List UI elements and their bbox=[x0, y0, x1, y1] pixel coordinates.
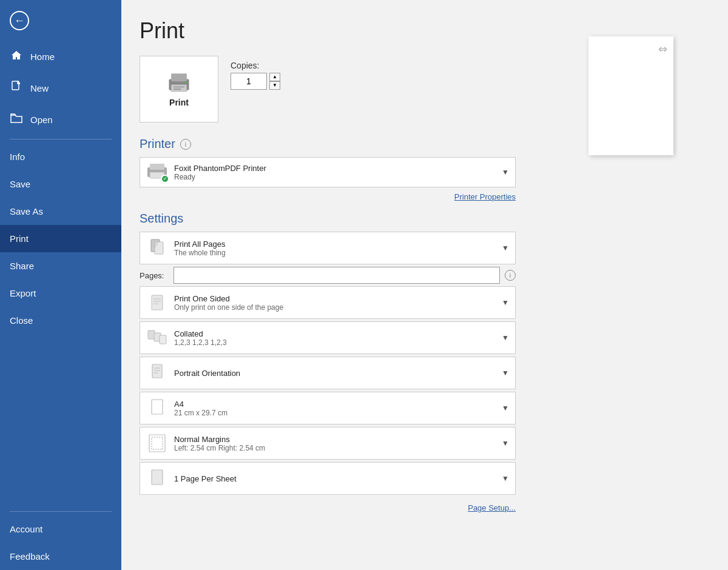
printer-section-header: Printer i bbox=[140, 137, 516, 151]
sidebar-item-home[interactable]: Home bbox=[0, 41, 121, 72]
sidebar-item-export[interactable]: Export bbox=[0, 280, 121, 307]
svg-rect-29 bbox=[152, 470, 163, 485]
print-button[interactable]: Print bbox=[140, 56, 218, 122]
home-icon bbox=[10, 50, 23, 64]
sidebar-nav: Home New Open bbox=[0, 41, 121, 334]
setting-portrait-orientation[interactable]: Portrait Orientation ▼ bbox=[140, 357, 516, 389]
printer-status: Ready bbox=[174, 173, 496, 181]
copies-increment[interactable]: ▲ bbox=[269, 73, 280, 81]
open-icon bbox=[10, 113, 23, 127]
setting-text-print-all-pages: Print All Pages The whole thing bbox=[174, 240, 496, 257]
setting-a4[interactable]: A4 21 cm x 29.7 cm ▼ bbox=[140, 392, 516, 424]
svg-point-6 bbox=[185, 81, 187, 84]
setting-arrow-5: ▼ bbox=[502, 439, 509, 448]
setting-text-pages-per-sheet: 1 Page Per Sheet bbox=[174, 474, 496, 483]
setting-title-print-one-sided: Print One Sided bbox=[174, 294, 496, 303]
settings-section-label: Settings bbox=[140, 212, 183, 226]
printer-ready-dot bbox=[161, 175, 169, 183]
setting-normal-margins[interactable]: Normal Margins Left: 2.54 cm Right: 2.54… bbox=[140, 427, 516, 460]
svg-rect-26 bbox=[152, 400, 163, 414]
svg-rect-2 bbox=[171, 73, 187, 81]
setting-print-all-pages[interactable]: Print All Pages The whole thing ▼ bbox=[140, 232, 516, 264]
sidebar-item-print[interactable]: Print bbox=[0, 225, 121, 252]
svg-rect-3 bbox=[171, 85, 187, 92]
setting-arrow-1: ▼ bbox=[502, 298, 509, 307]
setting-title-pages-per-sheet: 1 Page Per Sheet bbox=[174, 474, 496, 483]
sidebar-item-label-print: Print bbox=[10, 233, 29, 244]
sidebar-bottom: Account Feedback bbox=[0, 515, 121, 570]
main-area: Print Print Copies: 1 ▲ bbox=[121, 0, 728, 570]
page-setup-link[interactable]: Page Setup... bbox=[140, 497, 516, 523]
sidebar-item-label-feedback: Feedback bbox=[10, 551, 50, 562]
svg-rect-8 bbox=[150, 164, 164, 170]
sidebar-item-account[interactable]: Account bbox=[0, 515, 121, 543]
pages-per-sheet-icon bbox=[146, 468, 168, 489]
sidebar-item-label-save: Save bbox=[10, 179, 30, 189]
setting-collated[interactable]: Collated 1,2,3 1,2,3 1,2,3 ▼ bbox=[140, 321, 516, 354]
setting-text-collated: Collated 1,2,3 1,2,3 1,2,3 bbox=[174, 329, 496, 347]
new-icon bbox=[10, 81, 23, 96]
back-arrow-icon: ← bbox=[10, 11, 29, 30]
page-preview: ⇔ bbox=[588, 36, 673, 155]
portrait-icon bbox=[146, 362, 168, 384]
setting-title-normal-margins: Normal Margins bbox=[174, 435, 496, 444]
setting-pages-per-sheet[interactable]: 1 Page Per Sheet ▼ bbox=[140, 462, 516, 495]
sidebar-item-save-as[interactable]: Save As bbox=[0, 198, 121, 225]
setting-title-print-all-pages: Print All Pages bbox=[174, 240, 496, 249]
setting-arrow-6: ▼ bbox=[502, 474, 509, 483]
setting-subtitle-a4: 21 cm x 29.7 cm bbox=[174, 409, 496, 417]
sidebar-item-label-share: Share bbox=[10, 261, 34, 271]
sidebar: ← Home New bbox=[0, 0, 121, 570]
sidebar-item-share[interactable]: Share bbox=[0, 252, 121, 280]
copies-row: Copies: 1 ▲ ▼ bbox=[231, 56, 280, 90]
setting-text-a4: A4 21 cm x 29.7 cm bbox=[174, 400, 496, 417]
printer-properties-link[interactable]: Printer Properties bbox=[140, 191, 516, 202]
sidebar-item-label-new: New bbox=[30, 83, 49, 93]
setting-title-a4: A4 bbox=[174, 400, 496, 409]
print-button-label: Print bbox=[169, 98, 189, 107]
setting-print-one-sided[interactable]: Print One Sided Only print on one side o… bbox=[140, 286, 516, 319]
setting-subtitle-print-one-sided: Only print on one side of the page bbox=[174, 303, 496, 312]
printer-status-area bbox=[146, 163, 168, 182]
sidebar-item-label-export: Export bbox=[10, 288, 36, 298]
setting-subtitle-collated: 1,2,3 1,2,3 1,2,3 bbox=[174, 338, 496, 347]
pages-row: Pages: i bbox=[140, 267, 516, 284]
svg-rect-5 bbox=[174, 89, 181, 90]
sidebar-item-label-account: Account bbox=[10, 524, 42, 534]
setting-subtitle-normal-margins: Left: 2.54 cm Right: 2.54 cm bbox=[174, 444, 496, 452]
divider-top bbox=[10, 139, 112, 139]
printer-section-label: Printer bbox=[140, 137, 175, 151]
printer-text: Foxit PhantomPDF Printer Ready bbox=[174, 164, 496, 181]
svg-rect-21 bbox=[160, 335, 166, 344]
printer-info-icon[interactable]: i bbox=[180, 139, 191, 150]
print-one-sided-icon bbox=[146, 292, 168, 314]
copies-decrement[interactable]: ▼ bbox=[269, 81, 280, 90]
copies-label: Copies: bbox=[231, 61, 280, 70]
page-preview-icon: ⇔ bbox=[658, 42, 667, 56]
sidebar-item-open[interactable]: Open bbox=[0, 104, 121, 135]
page-setup-anchor[interactable]: Page Setup... bbox=[468, 503, 516, 512]
setting-title-portrait: Portrait Orientation bbox=[174, 369, 496, 378]
print-preview-pane: ⇔ bbox=[534, 0, 728, 570]
printer-properties-anchor[interactable]: Printer Properties bbox=[454, 192, 516, 201]
sidebar-item-save[interactable]: Save bbox=[0, 170, 121, 198]
printer-name: Foxit PhantomPDF Printer bbox=[174, 164, 496, 173]
setting-arrow-0: ▼ bbox=[502, 244, 509, 252]
pages-info-icon[interactable]: i bbox=[505, 270, 516, 281]
sidebar-item-new[interactable]: New bbox=[0, 72, 121, 104]
margins-icon bbox=[146, 432, 168, 454]
pages-label: Pages: bbox=[140, 271, 169, 280]
sidebar-item-label-open: Open bbox=[30, 115, 53, 125]
sidebar-item-info[interactable]: Info bbox=[0, 143, 121, 170]
pages-input[interactable] bbox=[174, 267, 500, 284]
back-button[interactable]: ← bbox=[0, 0, 121, 41]
sidebar-item-label-info: Info bbox=[10, 152, 25, 162]
setting-arrow-4: ▼ bbox=[502, 404, 509, 412]
a4-icon bbox=[146, 397, 168, 419]
setting-text-portrait: Portrait Orientation bbox=[174, 369, 496, 378]
copies-spinner: ▲ ▼ bbox=[269, 73, 280, 90]
sidebar-item-close[interactable]: Close bbox=[0, 307, 121, 334]
sidebar-item-feedback[interactable]: Feedback bbox=[0, 543, 121, 570]
printer-dropdown[interactable]: Foxit PhantomPDF Printer Ready ▼ bbox=[140, 157, 516, 187]
copies-input[interactable]: 1 bbox=[231, 73, 267, 90]
